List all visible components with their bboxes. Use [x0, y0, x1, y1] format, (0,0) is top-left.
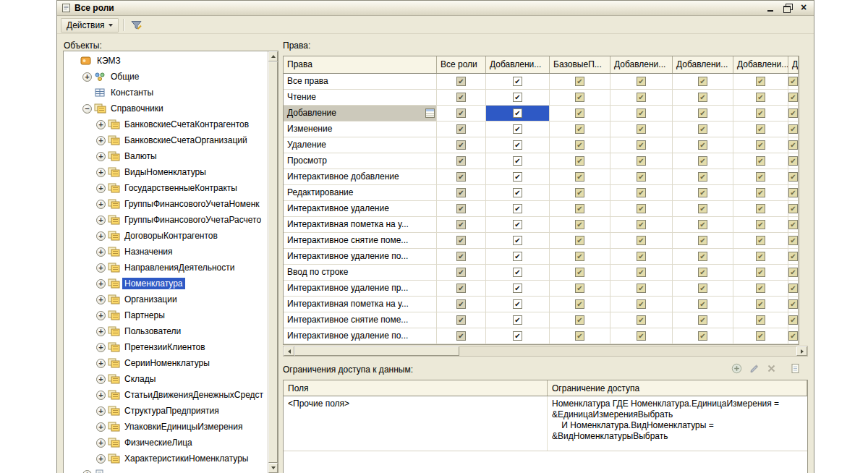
checkbox[interactable]: ✔ [788, 220, 798, 229]
checkbox[interactable]: ✔ [575, 93, 584, 102]
expand-icon[interactable]: + [96, 311, 106, 320]
expand-icon[interactable]: + [96, 247, 106, 257]
checkbox[interactable]: ✔ [513, 188, 522, 197]
right-name-cell[interactable]: Интерактивное снятие поме... [284, 312, 437, 328]
checkbox[interactable]: ✔ [698, 236, 707, 245]
rights-column-header-7[interactable]: Д [788, 56, 799, 73]
add-restriction-button[interactable] [731, 363, 742, 374]
expand-icon[interactable]: + [96, 438, 106, 448]
hscroll-thumb[interactable] [294, 346, 459, 356]
checkbox[interactable]: ✔ [788, 156, 798, 166]
tree-item-БанковскиеСчетаОрганизаций[interactable]: +БанковскиеСчетаОрганизаций [64, 132, 267, 148]
tree-item-Константы[interactable]: Константы [64, 85, 267, 101]
tree-item-Общие[interactable]: +Общие [64, 69, 267, 85]
checkbox[interactable]: ✔ [575, 252, 584, 261]
checkbox[interactable]: ✔ [575, 299, 584, 309]
hscroll-track[interactable] [294, 346, 796, 356]
checkbox[interactable]: ✔ [637, 236, 646, 245]
checkbox[interactable]: ✔ [637, 204, 646, 213]
expand-icon[interactable]: + [96, 231, 106, 241]
checkbox[interactable]: ✔ [575, 315, 584, 325]
checkbox[interactable]: ✔ [513, 108, 522, 118]
checkbox[interactable]: ✔ [637, 140, 646, 150]
scroll-up-button[interactable] [268, 51, 278, 61]
expand-icon[interactable]: + [96, 200, 106, 209]
checkbox[interactable]: ✔ [698, 220, 707, 229]
right-name-cell[interactable]: Интерактивное снятие поме... [284, 233, 437, 248]
checkbox[interactable]: ✔ [575, 156, 584, 166]
expand-icon[interactable]: + [96, 343, 106, 352]
checkbox[interactable]: ✔ [756, 124, 765, 134]
checkbox[interactable]: ✔ [575, 77, 584, 86]
checkbox[interactable]: ✔ [513, 220, 522, 229]
checkbox[interactable]: ✔ [788, 77, 798, 86]
expand-icon[interactable]: + [96, 391, 106, 400]
checkbox[interactable]: ✔ [637, 315, 646, 325]
checkbox[interactable]: ✔ [456, 331, 466, 341]
checkbox[interactable]: ✔ [456, 252, 466, 261]
restriction-templates-button[interactable] [790, 363, 801, 374]
checkbox[interactable]: ✔ [456, 284, 466, 293]
tree-item-ГосударственныеКонтракты[interactable]: +ГосударственныеКонтракты [64, 180, 267, 196]
checkbox[interactable]: ✔ [788, 108, 798, 118]
vscroll-track[interactable] [268, 61, 278, 463]
tree-item-Склады[interactable]: +Склады [64, 371, 267, 387]
expand-icon[interactable]: + [82, 470, 92, 473]
checkbox[interactable]: ✔ [788, 284, 798, 293]
checkbox[interactable]: ✔ [756, 204, 765, 213]
checkbox[interactable]: ✔ [513, 204, 522, 213]
expand-icon[interactable]: + [96, 184, 106, 193]
tree-item-Организации[interactable]: +Организации [64, 291, 267, 307]
checkbox[interactable]: ✔ [788, 315, 798, 325]
expand-icon[interactable]: + [96, 216, 106, 225]
checkbox[interactable]: ✔ [513, 284, 522, 293]
checkbox[interactable]: ✔ [788, 188, 798, 197]
checkbox[interactable]: ✔ [756, 315, 765, 325]
checkbox[interactable]: ✔ [637, 284, 646, 293]
checkbox[interactable]: ✔ [788, 93, 798, 102]
checkbox[interactable]: ✔ [788, 124, 798, 134]
checkbox[interactable]: ✔ [788, 331, 798, 341]
checkbox[interactable]: ✔ [756, 156, 765, 166]
tree-item-СтатьиДвиженияДенежныхСредст[interactable]: +СтатьиДвиженияДенежныхСредст [64, 387, 267, 403]
checkbox[interactable]: ✔ [456, 124, 466, 134]
tree-item-СтруктураПредприятия[interactable]: +СтруктураПредприятия [64, 403, 267, 419]
rights-column-header-5[interactable]: Добавлени... [673, 56, 733, 73]
expand-icon[interactable]: + [96, 279, 106, 289]
checkbox[interactable]: ✔ [513, 236, 522, 245]
checkbox[interactable]: ✔ [788, 172, 798, 182]
rights-column-header-6[interactable]: Добавлени... [733, 56, 788, 73]
checkbox[interactable]: ✔ [575, 284, 584, 293]
right-name-cell[interactable]: Интерактивное добавление [284, 169, 437, 184]
scroll-left-button[interactable] [284, 346, 294, 356]
checkbox[interactable]: ✔ [698, 315, 707, 325]
vscroll-thumb[interactable] [268, 61, 278, 463]
right-name-cell[interactable]: Интерактивное удаление по... [284, 328, 437, 344]
tree-item-Валюты[interactable]: +Валюты [64, 148, 267, 164]
checkbox[interactable]: ✔ [456, 315, 466, 325]
restriction-text-cell[interactable]: Номенклатура ГДЕ Номенклатура.ЕдиницаИзм… [548, 396, 807, 451]
rights-column-header-3[interactable]: БазовыеП... [550, 56, 610, 73]
expand-icon[interactable]: + [96, 359, 106, 368]
checkbox[interactable]: ✔ [637, 172, 646, 182]
checkbox[interactable]: ✔ [788, 204, 798, 213]
checkbox[interactable]: ✔ [575, 220, 584, 229]
tree-item-ГруппыФинансовогоУчетаРасчето[interactable]: +ГруппыФинансовогоУчетаРасчето [64, 212, 267, 228]
expand-icon[interactable]: + [96, 120, 106, 129]
checkbox[interactable]: ✔ [756, 299, 765, 309]
expand-icon[interactable]: + [96, 327, 106, 336]
checkbox[interactable]: ✔ [456, 268, 466, 277]
tree-item-БанковскиеСчетаКонтрагентов[interactable]: +БанковскиеСчетаКонтрагентов [64, 116, 267, 132]
rights-horizontal-scrollbar[interactable] [283, 346, 808, 357]
checkbox[interactable]: ✔ [637, 331, 646, 341]
tree-item-Назначения[interactable]: +Назначения [64, 244, 267, 260]
tree-item-НаправленияДеятельности[interactable]: +НаправленияДеятельности [64, 260, 267, 276]
checkbox[interactable]: ✔ [575, 124, 584, 134]
checkbox[interactable]: ✔ [698, 204, 707, 213]
checkbox[interactable]: ✔ [513, 315, 522, 325]
right-name-cell[interactable]: Интерактивная пометка на у... [284, 217, 437, 232]
checkbox[interactable]: ✔ [456, 188, 466, 197]
checkbox[interactable]: ✔ [637, 108, 646, 118]
checkbox[interactable]: ✔ [788, 252, 798, 261]
checkbox[interactable]: ✔ [756, 93, 765, 102]
